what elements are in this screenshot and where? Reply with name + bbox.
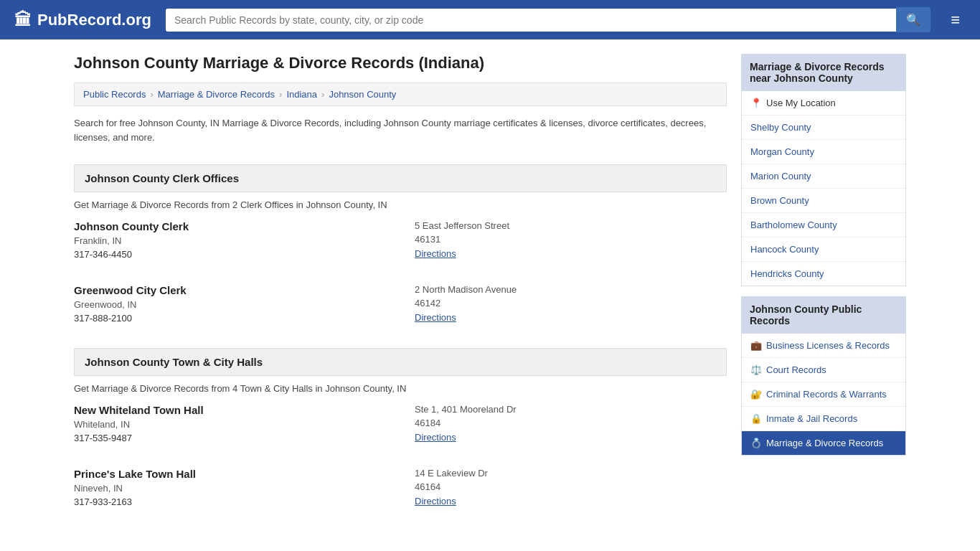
briefcase-icon: 💼 (750, 340, 762, 351)
breadcrumb-sep-1: › (150, 89, 153, 100)
nearby-counties-list: 📍 Use My Location Shelby County Morgan C… (741, 91, 906, 286)
office-entry-johnson-clerk: Johnson County Clerk Franklin, IN 317-34… (74, 220, 727, 270)
morgan-county-label: Morgan County (750, 146, 814, 157)
bartholomew-county-label: Bartholomew County (750, 220, 837, 230)
sidebar-item-morgan[interactable]: Morgan County (742, 140, 905, 164)
public-records-section-title: Johnson County Public Records (741, 296, 906, 334)
office-address-3: Ste 1, 401 Mooreland Dr (415, 404, 727, 415)
marion-county-label: Marion County (750, 171, 811, 182)
site-logo[interactable]: 🏛 PubRecord.org (14, 10, 151, 30)
clerk-offices-description: Get Marriage & Divorce Records from 2 Cl… (74, 199, 727, 210)
sidebar-item-marion[interactable]: Marion County (742, 164, 905, 189)
main-content: Johnson County Marriage & Divorce Record… (74, 54, 727, 532)
breadcrumb-marriage-divorce[interactable]: Marriage & Divorce Records (158, 89, 275, 100)
office-phone-3: 317-535-9487 (74, 433, 386, 443)
sidebar-item-hancock[interactable]: Hancock County (742, 237, 905, 262)
office-city-1: Franklin, IN (74, 235, 386, 246)
breadcrumb-public-records[interactable]: Public Records (83, 89, 146, 100)
breadcrumb-indiana[interactable]: Indiana (286, 89, 317, 100)
office-right-2: 2 North Madison Avenue 46142 Directions (415, 284, 727, 324)
office-name-2: Greenwood City Clerk (74, 284, 386, 296)
office-name-4: Prince's Lake Town Hall (74, 468, 386, 480)
directions-link-4[interactable]: Directions (415, 496, 456, 507)
sidebar-item-brown[interactable]: Brown County (742, 189, 905, 213)
marriage-records-label: Marriage & Divorce Records (766, 438, 883, 448)
sidebar-item-bartholomew[interactable]: Bartholomew County (742, 213, 905, 237)
nearby-section-title: Marriage & Divorce Records near Johnson … (741, 54, 906, 91)
sidebar-item-criminal-records[interactable]: 🔐 Criminal Records & Warrants (742, 382, 905, 407)
office-city-2: Greenwood, IN (74, 299, 386, 310)
use-my-location-label: Use My Location (766, 98, 836, 108)
search-icon: 🔍 (906, 14, 920, 26)
office-city-3: Whiteland, IN (74, 419, 386, 430)
office-phone-1: 317-346-4450 (74, 249, 386, 260)
sidebar-item-marriage-records[interactable]: 💍 Marriage & Divorce Records (742, 431, 905, 455)
directions-link-3[interactable]: Directions (415, 432, 456, 443)
office-right-1: 5 East Jefferson Street 46131 Directions (415, 220, 727, 260)
office-entry-new-whiteland: New Whiteland Town Hall Whiteland, IN 31… (74, 404, 727, 453)
office-left-4: Prince's Lake Town Hall Nineveh, IN 317-… (74, 468, 386, 507)
building-icon: 🏛 (14, 10, 32, 30)
sidebar-item-shelby[interactable]: Shelby County (742, 116, 905, 140)
scales-icon: ⚖️ (750, 364, 762, 375)
page-description: Search for free Johnson County, IN Marri… (74, 116, 727, 151)
breadcrumb-sep-2: › (279, 89, 282, 100)
brown-county-label: Brown County (750, 195, 809, 206)
search-button[interactable]: 🔍 (896, 7, 930, 32)
office-zip-4: 46164 (415, 481, 727, 492)
business-licenses-label: Business Licenses & Records (766, 340, 890, 351)
page-container: Johnson County Marriage & Divorce Record… (60, 39, 920, 546)
office-right-4: 14 E Lakeview Dr 46164 Directions (415, 468, 727, 507)
office-left-1: Johnson County Clerk Franklin, IN 317-34… (74, 220, 386, 260)
clerk-offices-header: Johnson County Clerk Offices (74, 164, 727, 192)
office-address-2: 2 North Madison Avenue (415, 284, 727, 295)
office-entry-greenwood-clerk: Greenwood City Clerk Greenwood, IN 317-8… (74, 284, 727, 334)
menu-button[interactable]: ≡ (945, 8, 966, 32)
office-zip-3: 46184 (415, 418, 727, 428)
office-address-1: 5 East Jefferson Street (415, 220, 727, 231)
court-records-label: Court Records (766, 364, 826, 375)
criminal-records-label: Criminal Records & Warrants (766, 389, 887, 400)
location-icon: 📍 (750, 98, 762, 108)
breadcrumb-johnson-county[interactable]: Johnson County (329, 89, 396, 100)
sidebar-item-hendricks[interactable]: Hendricks County (742, 262, 905, 286)
office-entry-princes-lake: Prince's Lake Town Hall Nineveh, IN 317-… (74, 468, 727, 517)
town-halls-description: Get Marriage & Divorce Records from 4 To… (74, 383, 727, 394)
sidebar-item-inmate-records[interactable]: 🔒 Inmate & Jail Records (742, 407, 905, 431)
office-left-2: Greenwood City Clerk Greenwood, IN 317-8… (74, 284, 386, 324)
office-name-3: New Whiteland Town Hall (74, 404, 386, 416)
use-my-location-item[interactable]: 📍 Use My Location (742, 91, 905, 116)
breadcrumb: Public Records › Marriage & Divorce Reco… (74, 83, 727, 106)
office-zip-2: 46142 (415, 298, 727, 309)
page-title: Johnson County Marriage & Divorce Record… (74, 54, 727, 72)
key-icon: 🔐 (750, 389, 762, 400)
hancock-county-label: Hancock County (750, 244, 819, 255)
office-phone-2: 317-888-2100 (74, 313, 386, 324)
sidebar-item-court-records[interactable]: ⚖️ Court Records (742, 358, 905, 382)
town-halls-header: Johnson County Town & City Halls (74, 348, 727, 376)
inmate-records-label: Inmate & Jail Records (766, 413, 857, 424)
logo-text: PubRecord.org (37, 11, 151, 29)
sidebar: Marriage & Divorce Records near Johnson … (741, 54, 906, 532)
lock-icon: 🔒 (750, 413, 762, 424)
directions-link-1[interactable]: Directions (415, 248, 456, 259)
office-right-3: Ste 1, 401 Mooreland Dr 46184 Directions (415, 404, 727, 443)
ring-icon: 💍 (750, 438, 762, 448)
office-city-4: Nineveh, IN (74, 483, 386, 494)
hendricks-county-label: Hendricks County (750, 268, 824, 279)
office-name-1: Johnson County Clerk (74, 220, 386, 232)
office-left-3: New Whiteland Town Hall Whiteland, IN 31… (74, 404, 386, 443)
search-input[interactable] (166, 9, 896, 32)
office-address-4: 14 E Lakeview Dr (415, 468, 727, 479)
public-records-list: 💼 Business Licenses & Records ⚖️ Court R… (741, 334, 906, 456)
site-header: 🏛 PubRecord.org 🔍 ≡ (0, 0, 980, 39)
search-bar: 🔍 (166, 7, 930, 32)
shelby-county-label: Shelby County (750, 122, 811, 133)
directions-link-2[interactable]: Directions (415, 312, 456, 323)
office-zip-1: 46131 (415, 234, 727, 245)
breadcrumb-sep-3: › (321, 89, 324, 100)
office-phone-4: 317-933-2163 (74, 496, 386, 507)
sidebar-item-business-licenses[interactable]: 💼 Business Licenses & Records (742, 334, 905, 358)
